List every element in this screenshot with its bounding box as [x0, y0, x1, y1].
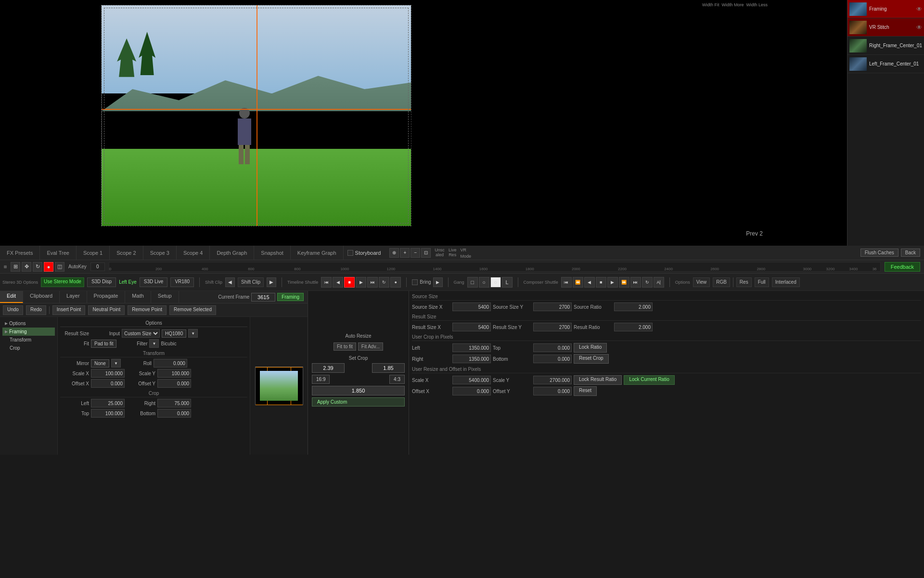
- fit-to-fit-btn[interactable]: Fit to fit: [334, 342, 356, 351]
- clip-right-frame[interactable]: Right_Frame_Center_01: [847, 37, 924, 55]
- tab-math[interactable]: Math: [125, 291, 151, 303]
- width-fit-btn[interactable]: Width Fit: [702, 2, 719, 8]
- autokey-input[interactable]: [90, 263, 105, 271]
- icon-btn-2[interactable]: ✥: [22, 262, 31, 272]
- transport-back-btn[interactable]: ◀: [333, 277, 343, 288]
- transport-fwd-btn[interactable]: ⏭: [367, 277, 378, 288]
- comp-btn-fwd[interactable]: ⏩: [619, 277, 629, 288]
- interlaced-btn[interactable]: Interlaced: [772, 277, 800, 287]
- framing-btn[interactable]: Framing: [277, 293, 304, 301]
- shift-clip-prev-btn[interactable]: ◀: [225, 277, 235, 287]
- clip-framing[interactable]: Framing 👁: [847, 0, 924, 18]
- transport-rec-btn[interactable]: ●: [390, 277, 401, 288]
- source-ratio-input[interactable]: [614, 302, 653, 311]
- clip-vrstitch[interactable]: VR Stitch 👁: [847, 18, 924, 37]
- fit-adv-btn[interactable]: Fit Adv...: [358, 342, 383, 351]
- custom-size-dropdown[interactable]: Custom Size: [122, 329, 160, 338]
- user-resize-offset-x-input[interactable]: [452, 387, 491, 395]
- clip-left-frame[interactable]: Left_Frame_Center_01: [847, 55, 924, 73]
- lock-result-ratio-btn[interactable]: Lock Result Ratio: [574, 375, 622, 385]
- tab-scope1[interactable]: Scope 1: [77, 246, 110, 260]
- undo-btn[interactable]: Undo: [3, 305, 23, 315]
- clip-eye-icon-vrstitch[interactable]: 👁: [916, 24, 922, 31]
- transport-loop-btn[interactable]: ↻: [379, 277, 389, 288]
- user-crop-left-input[interactable]: [452, 343, 491, 352]
- gang-btn-1[interactable]: □: [467, 277, 478, 288]
- vr180-btn[interactable]: VR180: [170, 277, 194, 287]
- current-frame-input[interactable]: [251, 293, 275, 302]
- user-resize-scale-x-input[interactable]: [452, 376, 491, 384]
- view-btn[interactable]: View: [693, 277, 710, 287]
- tab-depth-graph[interactable]: Depth Graph: [210, 246, 254, 260]
- remove-selected-btn[interactable]: Remove Selected: [169, 305, 216, 315]
- pad-to-fit-btn[interactable]: Pad to fit: [91, 340, 116, 348]
- icon-btn-red[interactable]: ●: [44, 262, 53, 272]
- crop-left-input[interactable]: [91, 399, 125, 407]
- s3d-disp-btn[interactable]: S3D Disp: [87, 277, 116, 287]
- gang-btn-2[interactable]: ○: [479, 277, 489, 288]
- user-resize-offset-y-input[interactable]: [533, 387, 572, 395]
- icon-btn-1[interactable]: ⊞: [11, 262, 20, 272]
- tab-layer[interactable]: Layer: [60, 291, 87, 303]
- rgb-btn[interactable]: RGB: [713, 277, 730, 287]
- s3d-live-btn[interactable]: S3D Live: [140, 277, 168, 287]
- transport-prev-frame-btn[interactable]: ⏮: [321, 277, 332, 288]
- bring-arrow-btn[interactable]: ▶: [433, 277, 443, 287]
- tab-setup[interactable]: Setup: [151, 291, 179, 303]
- width-more-btn[interactable]: Width More: [721, 2, 744, 8]
- remove-point-btn[interactable]: Remove Point: [128, 305, 167, 315]
- width-less-btn[interactable]: Width Less: [746, 2, 768, 8]
- reset-btn[interactable]: Reset: [574, 386, 597, 396]
- tab-scope2[interactable]: Scope 2: [110, 246, 143, 260]
- icon-btn-4[interactable]: ◫: [55, 262, 64, 272]
- apply-custom-btn[interactable]: Apply Custom: [312, 397, 405, 407]
- res-btn[interactable]: Res: [736, 277, 752, 287]
- mirror-dropdown[interactable]: ▼: [111, 359, 121, 368]
- node-options[interactable]: ▶ Options: [2, 319, 55, 328]
- bring-checkbox[interactable]: [412, 279, 418, 285]
- tab-propagate[interactable]: Propagate: [87, 291, 126, 303]
- full-btn[interactable]: Full: [755, 277, 769, 287]
- storyboard-checkbox[interactable]: [347, 250, 353, 256]
- result-size-x-input[interactable]: [452, 323, 491, 331]
- reset-crop-btn[interactable]: Reset Crop: [574, 354, 609, 364]
- user-crop-right-input[interactable]: [452, 355, 491, 363]
- lock-current-ratio-btn[interactable]: Lock Current Ratio: [624, 375, 674, 385]
- offset-x-input[interactable]: [91, 379, 125, 388]
- gang-btn-white[interactable]: ○: [490, 277, 501, 288]
- neutral-point-btn[interactable]: Neutral Point: [88, 305, 125, 315]
- back-btn[interactable]: Back: [901, 249, 920, 257]
- source-size-y-input[interactable]: [533, 302, 572, 311]
- tab-scope3[interactable]: Scope 3: [143, 246, 177, 260]
- shift-clip-next-btn[interactable]: ▶: [267, 277, 276, 287]
- comp-btn-at[interactable]: A|: [654, 277, 664, 288]
- roll-input[interactable]: [154, 359, 187, 368]
- tab-scope4[interactable]: Scope 4: [177, 246, 210, 260]
- comp-btn-3[interactable]: ◀: [584, 277, 595, 288]
- result-size-y-input[interactable]: [533, 323, 572, 331]
- lock-ratio-btn[interactable]: Lock Ratio: [574, 343, 607, 353]
- result-ratio-input[interactable]: [614, 323, 653, 331]
- gang-btn-3[interactable]: L: [502, 277, 513, 288]
- crop-ratio-43-btn[interactable]: 4:3: [389, 375, 405, 384]
- insert-point-btn[interactable]: Insert Point: [52, 305, 86, 315]
- feedback-btn[interactable]: Feedback: [885, 262, 920, 272]
- comp-btn-stop[interactable]: ■: [596, 277, 606, 288]
- source-size-x-input[interactable]: [452, 302, 491, 311]
- zoom-in-btn[interactable]: +: [400, 248, 410, 258]
- tab-snapshot[interactable]: Snapshot: [254, 246, 290, 260]
- comp-btn-2[interactable]: ⏪: [573, 277, 583, 288]
- user-resize-scale-y-input[interactable]: [533, 376, 572, 384]
- clip-eye-icon-framing[interactable]: 👁: [916, 6, 922, 13]
- node-crop[interactable]: Crop: [2, 344, 55, 352]
- crop-ratio-169-btn[interactable]: 16:9: [312, 375, 330, 384]
- zoom-fit-btn[interactable]: ⊕: [389, 248, 399, 258]
- redo-btn[interactable]: Redo: [26, 305, 46, 315]
- transport-play-btn[interactable]: ▶: [356, 277, 366, 288]
- node-framing[interactable]: ▶ Framing: [2, 328, 55, 336]
- crop-top-input[interactable]: [91, 409, 125, 418]
- scale-x-input[interactable]: [91, 369, 125, 378]
- tab-keyframe-graph[interactable]: Keyframe Graph: [291, 246, 344, 260]
- user-crop-bottom-input[interactable]: [533, 355, 572, 363]
- tab-eval-tree[interactable]: Eval Tree: [40, 246, 76, 260]
